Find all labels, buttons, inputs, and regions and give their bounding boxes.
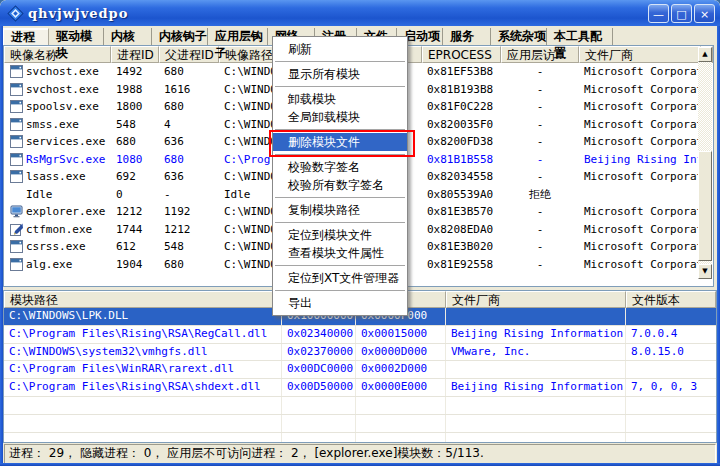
maximize-button[interactable]: □ (671, 4, 692, 23)
application-icon (10, 83, 23, 96)
menu-separator (273, 219, 407, 226)
column-header-user-access[interactable]: 应用层访... (501, 46, 579, 63)
menu-item-delete-module-file[interactable]: 删除模块文件 (273, 133, 407, 151)
menu-separator (273, 287, 407, 294)
tab-process[interactable]: 进程 (3, 28, 49, 45)
window-title: qhvjwjvedpo (28, 6, 648, 21)
menu-item-copy-module-path[interactable]: 复制模块路径 (273, 201, 407, 219)
tab-kernel-hooks[interactable]: 内核钩子 (152, 28, 208, 45)
menu-separator (273, 262, 407, 269)
column-header-pid[interactable]: 进程ID (111, 46, 159, 63)
tab-user-hooks[interactable]: 应用层钩子 (208, 28, 268, 45)
module-row-empty (4, 397, 716, 415)
tab-kernel[interactable]: 内核 (104, 28, 152, 45)
scrollbar-thumb[interactable] (698, 151, 712, 261)
menu-item-verify-all-signatures[interactable]: 校验所有数字签名 (273, 176, 407, 194)
application-icon (10, 135, 23, 148)
module-rows: C:\WINDOWS\LPK.DLL 0x10000000 0x0000F000… (4, 308, 716, 442)
vertical-scrollbar[interactable]: ▲ ▼ (698, 47, 712, 279)
minimize-button[interactable]: — (648, 4, 669, 23)
menu-item-view-file-properties[interactable]: 查看模块文件属性 (273, 244, 407, 262)
application-icon (10, 240, 23, 253)
menu-separator (273, 83, 407, 90)
app-window: qhvjwjvedpo — □ × 进程 驱动模块 内核 内核钩子 应用层钩子 … (0, 0, 720, 466)
tab-system-misc[interactable]: 系统杂项 (491, 28, 547, 45)
application-icon (10, 258, 23, 271)
menu-item-locate-module-file[interactable]: 定位到模块文件 (273, 226, 407, 244)
module-row[interactable]: C:\WINDOWS\system32\vmhgfs.dll 0x0237000… (4, 344, 716, 362)
menu-item-global-unload[interactable]: 全局卸载模块 (273, 108, 407, 126)
menu-separator (273, 58, 407, 65)
window-border-left (0, 20, 3, 466)
application-icon (10, 118, 23, 131)
title-bar[interactable]: qhvjwjvedpo — □ × (0, 0, 720, 26)
menu-item-export[interactable]: 导出 (273, 294, 407, 312)
column-header-eprocess[interactable]: EPROCESS (422, 46, 501, 63)
menu-item-show-all-modules[interactable]: 显示所有模块 (273, 65, 407, 83)
application-icon (10, 170, 23, 183)
application-icon (10, 65, 23, 78)
tab-tool-config[interactable]: 本工具配置 (547, 28, 613, 45)
close-button[interactable]: × (694, 4, 715, 23)
tab-driver-modules[interactable]: 驱动模块 (49, 28, 104, 45)
scroll-down-icon[interactable]: ▼ (698, 264, 712, 279)
application-icon (10, 153, 23, 166)
tab-services[interactable]: 服务 (443, 28, 491, 45)
computer-monitor-icon (10, 205, 23, 218)
module-row-empty (4, 415, 716, 433)
application-icon (10, 100, 23, 113)
menu-separator (273, 126, 407, 133)
status-bar: 进程： 29， 隐藏进程： 0， 应用层不可访问进程： 2， [explorer… (3, 443, 717, 463)
menu-item-verify-signature[interactable]: 校验数字签名 (273, 158, 407, 176)
column-header-module-version[interactable]: 文件版本 (626, 291, 716, 308)
module-row[interactable]: C:\Program Files\Rising\RSA\shdext.dll 0… (4, 379, 716, 397)
app-diamond-icon (7, 5, 24, 22)
menu-separator (273, 151, 407, 158)
pen-document-icon (10, 223, 23, 236)
menu-item-unload-module[interactable]: 卸载模块 (273, 90, 407, 108)
column-header-file-vendor[interactable]: 文件厂商 (579, 46, 701, 63)
module-row-empty (4, 433, 716, 442)
menu-item-locate-xt-file-manager[interactable]: 定位到XT文件管理器 (273, 269, 407, 287)
scroll-up-icon[interactable]: ▲ (698, 47, 712, 62)
column-header-ppid[interactable]: 父进程ID (159, 46, 219, 63)
no-icon (10, 188, 23, 201)
context-menu: 刷新 显示所有模块 卸载模块 全局卸载模块 删除模块文件 校验数字签名 校验所有… (272, 36, 408, 316)
column-header-module-path[interactable]: 模块路径 (4, 291, 282, 308)
status-text: 进程： 29， 隐藏进程： 0， 应用层不可访问进程： 2， [explorer… (4, 444, 716, 464)
module-row[interactable]: C:\Program Files\Rising\RSA\RegCall.dll … (4, 326, 716, 344)
module-row[interactable]: C:\Program Files\WinRAR\rarext.dll 0x00D… (4, 361, 716, 379)
menu-separator (273, 194, 407, 201)
menu-item-refresh[interactable]: 刷新 (273, 40, 407, 58)
column-header-module-vendor[interactable]: 文件厂商 (446, 291, 626, 308)
